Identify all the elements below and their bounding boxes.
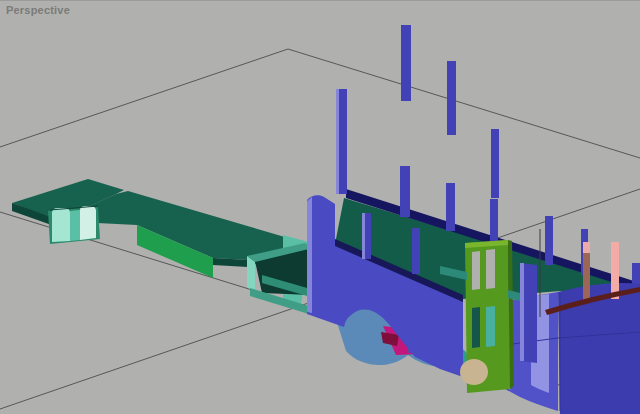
headboard-slot: [472, 251, 480, 290]
stake-post-highlight: [362, 213, 365, 259]
stake-post-highlight: [336, 89, 339, 194]
stake-post[interactable]: [412, 228, 420, 274]
stake-post[interactable]: [545, 216, 553, 265]
bulkhead-post-highlight: [520, 263, 524, 361]
corner-post[interactable]: [583, 253, 590, 301]
viewport-label: Perspective: [6, 4, 70, 16]
headboard-slot: [472, 307, 480, 348]
corner-post-top[interactable]: [583, 242, 590, 254]
gooseneck-bracket[interactable]: [48, 206, 100, 244]
bracket-mid[interactable]: [70, 210, 80, 241]
front-wheel[interactable]: [460, 359, 488, 385]
headboard-slot: [486, 306, 495, 347]
panel-edge-highlight: [307, 197, 312, 313]
stake-post[interactable]: [401, 25, 411, 101]
stake-post[interactable]: [490, 199, 498, 244]
stake-post[interactable]: [491, 129, 499, 198]
bracket-lobe-left[interactable]: [52, 208, 70, 242]
stake-post[interactable]: [446, 183, 455, 231]
viewport-canvas: [0, 1, 640, 414]
channel-end-face[interactable]: [247, 256, 255, 292]
corner-post[interactable]: [611, 242, 619, 299]
perspective-viewport[interactable]: Perspective: [0, 0, 640, 414]
bracket-lobe-right[interactable]: [80, 206, 96, 240]
stake-post[interactable]: [447, 61, 456, 135]
stake-post[interactable]: [400, 166, 410, 217]
headboard-slot: [486, 249, 495, 289]
